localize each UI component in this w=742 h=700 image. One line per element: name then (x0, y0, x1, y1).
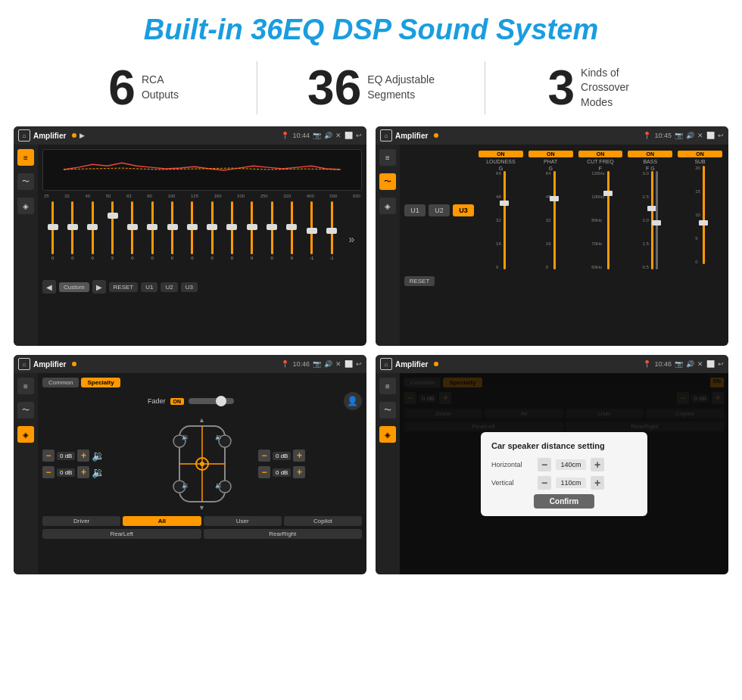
s4-icon2[interactable]: 〜 (379, 402, 396, 418)
rr-plus[interactable]: + (293, 466, 305, 478)
fader-track[interactable] (189, 398, 234, 404)
eq-sliders: 0 0 0 5 0 0 0 0 0 0 0 0 0 -1 -1 » (42, 201, 362, 277)
rr-minus[interactable]: − (258, 466, 270, 478)
loudness-label: LOUDNESS (479, 159, 523, 164)
features-row: 6 RCAOutputs 36 EQ AdjustableSegments 3 … (0, 54, 742, 120)
car-diagram-svg: 🔉 🔉 🔉 🔉 ▲ ▼ (153, 415, 251, 513)
fl-plus[interactable]: + (77, 450, 89, 462)
s3-icon1[interactable]: ≡ (17, 378, 34, 394)
fader-on-toggle[interactable]: ON (170, 398, 185, 405)
s3-icon2[interactable]: 〜 (17, 402, 34, 418)
svg-point-6 (200, 462, 204, 466)
sidebar-speaker-icon[interactable]: ◈ (17, 198, 34, 214)
dialog-overlay: Car speaker distance setting Horizontal … (400, 373, 728, 574)
copilot-btn-s3[interactable]: Copilot (284, 516, 362, 526)
confirm-button[interactable]: Confirm (534, 494, 594, 509)
s3-icon3[interactable]: ◈ (17, 426, 34, 443)
fl-minus[interactable]: − (42, 450, 55, 462)
slider-1: 0 (44, 201, 61, 277)
close-icon-s1: ✕ (335, 132, 341, 139)
slider-14: -1 (303, 201, 320, 277)
camera-icon-s4: 📷 (675, 360, 683, 368)
sidebar-s2-icon3[interactable]: ◈ (379, 198, 396, 214)
volume-icon-s4: 🔊 (686, 360, 694, 368)
rl-minus[interactable]: − (42, 466, 55, 478)
home-icon-s4: ⌂ (380, 358, 392, 370)
sub-badge: ON (678, 151, 722, 157)
s4-icon1[interactable]: ≡ (379, 378, 396, 394)
slider-10: 0 (223, 201, 241, 277)
screen3-inner: ≡ 〜 ◈ Common Specialty Fader ON 👤 (14, 373, 366, 574)
u2-sel-btn[interactable]: U2 (429, 204, 450, 216)
sub-label: SUB (678, 159, 722, 164)
fader-knob[interactable] (216, 396, 226, 406)
close-icon-s2: ✕ (697, 132, 703, 139)
sidebar-s2-icon1[interactable]: ≡ (379, 149, 396, 166)
right-vol-col: − 0 dB + − 0 dB + (258, 450, 362, 478)
tab-common-s3[interactable]: Common (42, 378, 79, 387)
status-dot-s1 (72, 133, 76, 138)
vertical-value: 110cm (556, 478, 586, 488)
rearleft-btn-s3[interactable]: RearLeft (42, 529, 201, 539)
sidebar-wave-icon[interactable]: 〜 (17, 173, 34, 190)
tab-specialty-s3[interactable]: Specialty (81, 378, 120, 387)
bass-label: BASS (628, 159, 672, 164)
tab-row-s3: Common Specialty (42, 378, 362, 387)
topbar-screen3: ⌂ Amplifier 📍 10:46 📷 🔊 ✕ ⬜ ↩ (14, 355, 366, 373)
s4-icon3[interactable]: ◈ (379, 426, 396, 443)
cross-col-loudness: ON LOUDNESS G 644832160 (477, 149, 525, 271)
slider-4: 5 (104, 201, 121, 277)
user-btn-s3[interactable]: User (204, 516, 282, 526)
slider-6: 0 (144, 201, 161, 277)
vertical-minus-btn[interactable]: − (538, 476, 551, 490)
horizontal-plus-btn[interactable]: + (591, 458, 604, 471)
screen-fader: ⌂ Amplifier 📍 10:46 📷 🔊 ✕ ⬜ ↩ ≡ 〜 ◈ (14, 355, 366, 574)
driver-btn-s3[interactable]: Driver (42, 516, 120, 526)
window-icon-s2: ⬜ (706, 132, 715, 139)
time-s3: 10:46 (292, 360, 310, 368)
sidebar-eq-icon[interactable]: ≡ (17, 149, 34, 166)
rearright-btn-s3[interactable]: RearRight (204, 529, 363, 539)
horizontal-minus-btn[interactable]: − (538, 458, 551, 471)
sidebar-s3: ≡ 〜 ◈ (14, 373, 38, 574)
feature-rca: 6 RCAOutputs (30, 64, 257, 112)
distance-dialog: Car speaker distance setting Horizontal … (481, 432, 647, 516)
close-icon-s4: ✕ (697, 360, 703, 368)
back-icon-s1: ↩ (356, 132, 362, 139)
next-btn[interactable]: ▶ (92, 280, 106, 294)
fr-minus[interactable]: − (258, 450, 270, 462)
svg-rect-0 (64, 150, 341, 190)
vertical-plus-btn[interactable]: + (591, 476, 604, 490)
feature-text-crossover: Kinds ofCrossover Modes (581, 66, 649, 110)
location-icon-s3: 📍 (281, 360, 289, 368)
u3-btn[interactable]: U3 (181, 282, 198, 292)
more-btn[interactable]: » (343, 201, 360, 277)
slider-8: 0 (183, 201, 201, 277)
reset-btn[interactable]: RESET (109, 282, 139, 292)
u2-btn[interactable]: U2 (161, 282, 177, 292)
window-icon-s3: ⬜ (344, 360, 353, 368)
slider-15: -1 (323, 201, 340, 277)
u3-sel-btn[interactable]: U3 (453, 204, 474, 216)
crossover-reset[interactable]: RESET (404, 276, 435, 286)
u1-sel-btn[interactable]: U1 (404, 204, 426, 216)
play-icon-s1: ▶ (80, 132, 85, 139)
prev-btn[interactable]: ◀ (42, 280, 56, 294)
rl-plus[interactable]: + (77, 466, 89, 478)
screen1-inner: ≡ 〜 ◈ 2532405063801001251602002503204005… (14, 145, 366, 346)
topbar-icons-s2: 📍 10:45 📷 🔊 ✕ ⬜ ↩ (643, 132, 724, 139)
fr-plus[interactable]: + (293, 450, 305, 462)
location-icon-s4: 📍 (643, 360, 651, 368)
location-icon-s1: 📍 (281, 132, 289, 139)
u1-btn[interactable]: U1 (141, 282, 157, 292)
all-btn-s3[interactable]: All (123, 516, 201, 526)
profile-icon-s3[interactable]: 👤 (344, 392, 362, 410)
status-dot-s3 (72, 362, 76, 366)
custom-btn[interactable]: Custom (59, 282, 89, 292)
sidebar-s2-icon2[interactable]: 〜 (379, 173, 396, 190)
fl-db: 0 dB (57, 452, 75, 460)
eq-freq-labels: 253240506380100125160200250320400500630 (42, 194, 362, 198)
cross-col-phat: ON PHAT G 644832160 (527, 149, 575, 271)
volume-icon-s1: 🔊 (324, 132, 332, 139)
cross-col-cutfreq: ON CUT FREQ F 120Hz100Hz80Hz70Hz60Hz (577, 149, 625, 271)
